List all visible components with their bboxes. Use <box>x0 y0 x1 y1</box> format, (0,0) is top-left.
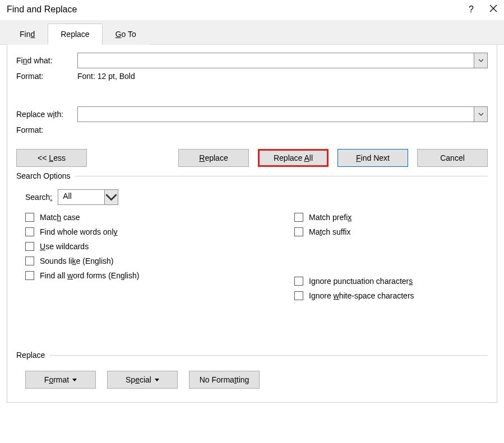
less-button[interactable]: << Less <box>16 149 87 167</box>
find-format-label: Format: <box>16 72 77 81</box>
find-what-label: Find what: <box>16 56 77 65</box>
match-prefix-checkbox[interactable]: Match prefix <box>294 213 414 222</box>
replace-bottom-buttons: Format Special No Formatting <box>25 371 488 389</box>
tab-replace[interactable]: Replace <box>48 24 102 45</box>
search-options-legend: Search Options <box>16 171 75 180</box>
replace-format-value <box>77 125 488 134</box>
search-direction-select[interactable]: All <box>58 189 118 205</box>
cancel-button[interactable]: Cancel <box>417 149 488 167</box>
replace-section-legend: Replace <box>16 351 49 360</box>
replace-format-label: Format: <box>16 125 77 134</box>
sounds-like-checkbox[interactable]: Sounds like (English) <box>25 257 294 265</box>
find-what-input[interactable] <box>77 53 488 68</box>
dialog-panel: Find what: Format: Font: 12 pt, Bold Rep… <box>7 45 497 403</box>
no-formatting-button[interactable]: No Formatting <box>189 371 260 389</box>
find-what-dropdown-icon[interactable] <box>474 53 487 68</box>
replace-format-row: Format: <box>16 125 488 134</box>
tab-strip: Find Replace Go To <box>0 20 504 45</box>
format-button[interactable]: Format <box>25 371 96 389</box>
tab-goto[interactable]: Go To <box>103 24 149 45</box>
find-next-button[interactable]: Find Next <box>337 149 408 167</box>
replace-with-row: Replace with: <box>16 106 488 122</box>
titlebar: Find and Replace ? <box>0 0 504 20</box>
action-button-row: << Less Replace Replace All Find Next Ca… <box>16 149 488 167</box>
find-format-value: Font: 12 pt, Bold <box>77 72 488 81</box>
search-options-group: Search Options Search: All Match case Fi… <box>16 171 488 306</box>
ignore-punctuation-checkbox[interactable]: Ignore punctuation characters <box>294 277 414 286</box>
checkbox-columns: Match case Find whole words only Use wil… <box>25 213 488 306</box>
replace-with-label: Replace with: <box>16 110 77 119</box>
titlebar-controls: ? <box>469 4 497 15</box>
help-icon[interactable]: ? <box>469 4 474 15</box>
replace-with-textbox[interactable] <box>78 107 474 122</box>
replace-with-input[interactable] <box>77 106 488 122</box>
ignore-whitespace-checkbox[interactable]: Ignore white-space characters <box>294 291 414 300</box>
special-button[interactable]: Special <box>107 371 178 389</box>
search-direction-label: Search: <box>25 193 52 202</box>
use-wildcards-checkbox[interactable]: Use wildcards <box>25 242 294 251</box>
checkbox-col-right: Match prefix Match suffix Ignore punctua… <box>294 213 414 306</box>
match-case-checkbox[interactable]: Match case <box>25 213 294 222</box>
tab-find[interactable]: Find <box>7 24 48 45</box>
find-format-row: Format: Font: 12 pt, Bold <box>16 72 488 81</box>
whole-words-checkbox[interactable]: Find whole words only <box>25 227 294 236</box>
checkbox-col-left: Match case Find whole words only Use wil… <box>25 213 294 306</box>
find-what-row: Find what: <box>16 53 488 68</box>
match-suffix-checkbox[interactable]: Match suffix <box>294 227 414 236</box>
replace-button[interactable]: Replace <box>178 149 249 167</box>
dialog-title: Find and Replace <box>7 4 77 15</box>
close-icon[interactable] <box>489 4 497 15</box>
search-direction-value: All <box>58 190 104 204</box>
chevron-down-icon[interactable] <box>104 190 118 204</box>
replace-section-group: Replace Format Special No Formatting <box>16 351 488 389</box>
search-direction-row: Search: All <box>25 189 488 205</box>
word-forms-checkbox[interactable]: Find all word forms (English) <box>25 271 294 280</box>
replace-all-button[interactable]: Replace All <box>258 149 329 167</box>
replace-with-dropdown-icon[interactable] <box>474 107 487 122</box>
find-what-textbox[interactable] <box>78 53 474 68</box>
